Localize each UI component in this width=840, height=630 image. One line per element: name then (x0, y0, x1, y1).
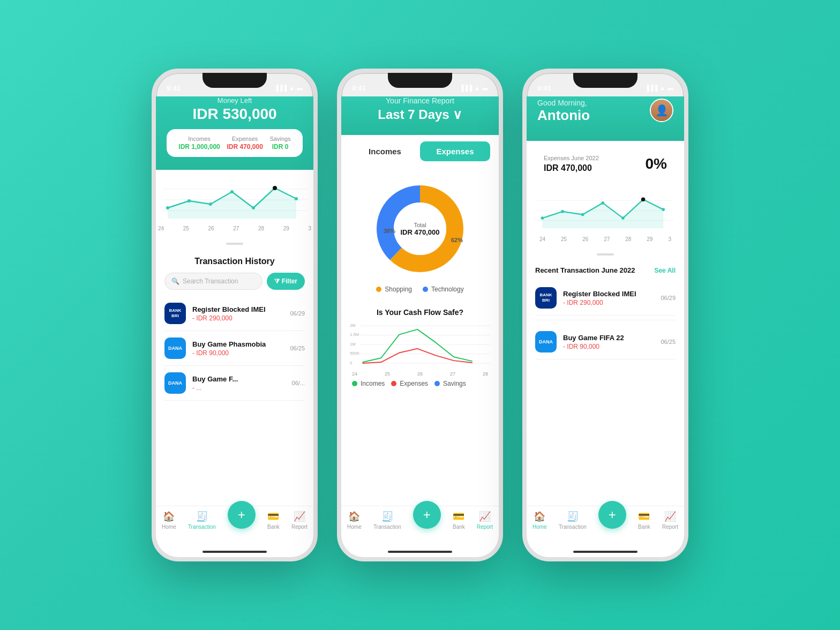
svg-point-30 (581, 213, 584, 216)
stat-savings-label: Savings (270, 136, 291, 142)
chart-label-26: 26 (208, 226, 214, 231)
dana-logo-text-3: DANA (539, 339, 553, 344)
scroll-indicator-1 (156, 239, 313, 248)
recent-item-1[interactable]: BANKBRI Register Blocked IMEI - IDR 290,… (535, 281, 676, 316)
nav-report-3[interactable]: 📈 Report (662, 511, 678, 530)
stat-expenses-label: Expenses (227, 136, 262, 142)
search-box[interactable]: 🔍 Search Transaction (164, 273, 262, 290)
recent-name-1: Register Blocked IMEI (563, 290, 654, 298)
battery-icon: ▬ (297, 85, 303, 91)
home-icon-1: 🏠 (163, 511, 175, 522)
nav-home-3[interactable]: 🏠 Home (532, 511, 547, 530)
chart3-label-25: 25 (561, 236, 567, 242)
status-time-1: 9:41 (167, 84, 181, 92)
greeting-row: Good Morning, Antonio 👤 (537, 96, 673, 128)
stat-incomes: Incomes IDR 1,000,000 (178, 136, 220, 151)
donut-center: Total IDR 470,000 (401, 222, 440, 236)
svg-point-29 (561, 210, 564, 213)
notch-1 (202, 73, 267, 88)
chevron-down-icon: ∨ (453, 107, 462, 122)
home-icon-2: 🏠 (348, 511, 360, 522)
status-time-3: 9:41 (537, 84, 551, 92)
filter-button[interactable]: ⧩ Filter (267, 273, 305, 290)
legend-technology-label: Technology (431, 286, 464, 293)
nav-add-3[interactable]: + (598, 501, 626, 529)
nav-home-2[interactable]: 🏠 Home (347, 511, 362, 530)
signal-icon-2: ▐▐▐ (460, 85, 472, 91)
nav-report-2[interactable]: 📈 Report (477, 511, 493, 530)
nav-transaction-1[interactable]: 🧾 Transaction (188, 511, 216, 530)
transaction-item-1[interactable]: BANKBRI Register Blocked IMEI - IDR 290,… (164, 296, 305, 331)
nav-bank-label-2: Bank (453, 524, 465, 530)
chart3-label-26: 26 (582, 236, 588, 242)
chart-labels-1: 24 25 26 27 28 29 3 (156, 226, 313, 231)
transaction-icon-2: 🧾 (381, 511, 393, 522)
nav-bank-3[interactable]: 💳 Bank (638, 511, 650, 530)
legend-row: Shopping Technology (376, 286, 463, 293)
tx-amount-2: - IDR 90,000 (192, 349, 283, 357)
cf-label-savings: Savings (443, 380, 466, 387)
avatar-face: 👤 (651, 100, 672, 121)
tx-date-2: 06/25 (290, 345, 305, 351)
dana-logo-1: DANA (164, 338, 186, 359)
tab-expenses[interactable]: Expenses (420, 141, 490, 161)
money-left-amount: IDR 530,000 (167, 106, 303, 123)
nav-home-1[interactable]: 🏠 Home (162, 511, 176, 530)
expenses-amount: IDR 470,000 (544, 163, 599, 173)
filter-icon: ⧩ (274, 278, 280, 285)
nav-bank-label-1: Bank (267, 524, 280, 530)
search-filter-row: 🔍 Search Transaction ⧩ Filter (164, 273, 305, 290)
nav-report-label-1: Report (291, 524, 308, 530)
nav-report-1[interactable]: 📈 Report (291, 511, 308, 530)
user-name: Antonio (537, 107, 590, 124)
cashflow-labels: 24 25 26 27 28 (350, 371, 490, 377)
transaction-item-3[interactable]: DANA Buy Game F... - ... 06/... (164, 366, 305, 401)
stat-savings: Savings IDR 0 (270, 136, 291, 151)
notch-2 (388, 73, 452, 88)
report-header-title: Your Finance Report (352, 96, 488, 105)
svg-point-4 (166, 206, 169, 209)
home-icon-3: 🏠 (534, 511, 545, 522)
nav-add-1[interactable]: + (228, 501, 256, 529)
transaction-section: Transaction History 🔍 Search Transaction… (156, 248, 313, 506)
nav-transaction-2[interactable]: 🧾 Transaction (373, 511, 401, 530)
wifi-icon-3: ▲ (659, 85, 665, 91)
nav-bank-1[interactable]: 💳 Bank (267, 511, 280, 530)
recent-amount-1: - IDR 290,000 (563, 299, 654, 306)
see-all-button[interactable]: See All (654, 267, 676, 274)
cashflow-title: Is Your Cash Flow Safe? (350, 308, 490, 317)
cf-legend-expenses: Expenses (391, 380, 428, 387)
nav-transaction-3[interactable]: 🧾 Transaction (559, 511, 587, 530)
money-left-label: Money Left (167, 96, 303, 104)
donut-total-label: Total (401, 222, 440, 228)
recent-date-2: 06/25 (661, 339, 676, 345)
nav-transaction-label-3: Transaction (559, 524, 587, 530)
nav-transaction-label-1: Transaction (188, 524, 216, 530)
dana-logo-3: DANA (535, 331, 557, 352)
recent-item-2[interactable]: DANA Buy Game FIFA 22 - IDR 90,000 06/25 (535, 325, 676, 359)
cf-label-27: 27 (450, 371, 455, 377)
cf-dot-incomes (352, 381, 357, 386)
tab-incomes[interactable]: Incomes (350, 141, 420, 161)
chart-label-24: 24 (158, 226, 164, 231)
stat-expenses-value: IDR 470,000 (227, 143, 262, 151)
cf-label-26: 26 (417, 371, 423, 377)
transaction-item-2[interactable]: DANA Buy Game Phasmobia - IDR 90,000 06/… (164, 331, 305, 366)
svg-point-8 (252, 206, 255, 209)
home-indicator-1 (156, 546, 313, 557)
line-chart-1 (156, 178, 313, 221)
cf-legend-savings: Savings (434, 380, 466, 387)
nav-add-2[interactable]: + (413, 501, 441, 529)
notch-3 (573, 73, 638, 88)
expenses-left: Expenses June 2022 IDR 470,000 (544, 155, 599, 173)
wifi-icon-2: ▲ (474, 85, 480, 91)
report-icon-3: 📈 (664, 511, 676, 522)
report-period[interactable]: Last 7 Days ∨ (352, 107, 488, 122)
chart-label-25: 25 (183, 226, 189, 231)
line-chart-3 (537, 189, 673, 232)
nav-bank-2[interactable]: 💳 Bank (453, 511, 465, 530)
bottom-nav-1: 🏠 Home 🧾 Transaction + 💳 Bank 📈 Report (156, 506, 313, 546)
report-icon-1: 📈 (294, 511, 305, 522)
legend-shopping: Shopping (376, 286, 412, 293)
dana-logo-text-2: DANA (168, 380, 182, 386)
